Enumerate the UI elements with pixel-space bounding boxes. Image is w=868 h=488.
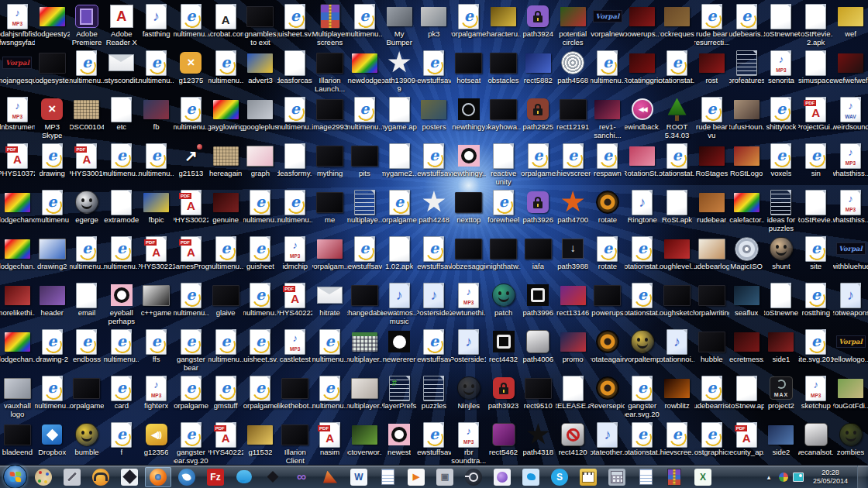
desktop-icon[interactable]: RoStRevie... 2.apk: [798, 0, 833, 46]
desktop-icon[interactable]: erudebearrises: [694, 372, 729, 418]
desktop-icon[interactable]: rockrequest: [660, 0, 694, 46]
desktop-icon[interactable]: newthingy...: [451, 139, 486, 186]
inkscape[interactable]: [260, 467, 286, 487]
desktop-icon[interactable]: Ilikethebot...: [277, 372, 312, 418]
desktop-icon[interactable]: PDFAnasim: [312, 418, 347, 465]
word[interactable]: W: [346, 467, 372, 487]
desktop-icon[interactable]: RoStnewne...: [764, 279, 799, 325]
desktop-icon[interactable]: PDFAPHYS3002209: [174, 186, 208, 232]
desktop-icon[interactable]: ♪MP3dnbstrument: [0, 93, 35, 139]
desktop-icon[interactable]: rowblitz: [660, 372, 694, 418]
matlab[interactable]: [317, 467, 343, 487]
desktop-icon[interactable]: PDFAPHYS4022212: [277, 279, 312, 325]
desktop-icon[interactable]: ◀))g12356: [139, 418, 174, 465]
desktop-icon[interactable]: Illarion Launch...: [312, 46, 347, 93]
movie-maker[interactable]: [575, 467, 601, 487]
desktop-icon[interactable]: advert3: [243, 46, 278, 93]
desktop-icon[interactable]: echievscree...: [660, 418, 694, 465]
desktop-icon[interactable]: obstacles: [486, 46, 521, 93]
desktop-icon[interactable]: scalefactor...: [729, 186, 764, 232]
photo-viewer[interactable]: [489, 467, 515, 487]
desktop-icon[interactable]: wef: [833, 0, 868, 46]
desktop-icon[interactable]: erude bear vu: [694, 93, 729, 139]
desktop-icon[interactable]: erotate: [591, 232, 625, 279]
desktop-icon[interactable]: multiplayer...: [347, 372, 382, 418]
documents[interactable]: [632, 467, 659, 487]
desktop-icon[interactable]: enewstuffsav...: [417, 232, 452, 279]
desktop-icon[interactable]: pk3: [417, 0, 452, 46]
desktop-icon[interactable]: emultimenu...: [174, 93, 208, 139]
desktop-icon[interactable]: newdodge: [347, 46, 382, 93]
desktop-icon[interactable]: rudebearlogo: [694, 232, 729, 279]
desktop-icon[interactable]: vorpaltemp: [625, 325, 660, 372]
desktop-icon[interactable]: powerups...: [625, 0, 660, 46]
desktop-icon[interactable]: emultimenu...: [208, 232, 243, 279]
desktop-icon[interactable]: #PlayerPrefs.cs: [382, 372, 417, 418]
desktop-icon[interactable]: emultimenu...: [591, 46, 625, 93]
desktop-icon[interactable]: ♪rotateother...: [591, 418, 625, 465]
desktop-icon[interactable]: ideasformy...: [277, 139, 312, 186]
desktop-icon[interactable]: echievscreen: [556, 139, 591, 186]
desktop-icon[interactable]: dodgechan...: [0, 325, 35, 372]
desktop-icon[interactable]: rotateagain: [591, 325, 625, 372]
desktop-icon[interactable]: genuine: [208, 186, 243, 232]
desktop-icon[interactable]: vorpalgames: [70, 372, 105, 418]
desktop-icon[interactable]: path4318: [521, 418, 556, 465]
desktop-icon[interactable]: evorpalgames: [174, 372, 208, 418]
desktop-icon[interactable]: RotationSt...: [625, 139, 660, 186]
steam[interactable]: [460, 467, 487, 487]
desktop-icon[interactable]: edrawing-2: [35, 325, 70, 372]
desktop-icon[interactable]: dodgeesty2: [35, 0, 70, 46]
desktop-icon[interactable]: emultimenu...: [104, 139, 139, 186]
desktop-icon[interactable]: octoverwor...: [347, 418, 382, 465]
desktop-icon[interactable]: MAXproject2: [764, 372, 799, 418]
desktop-icon[interactable]: googleplus: [243, 93, 278, 139]
desktop-icon[interactable]: ♪Ringtone: [625, 186, 660, 232]
desktop-icon[interactable]: emultimenu...: [277, 186, 312, 232]
desktop-icon[interactable]: emultimenu...: [347, 0, 382, 46]
desktop-icon[interactable]: hitrate: [312, 279, 347, 325]
desktop-icon[interactable]: emultimenu...: [243, 279, 278, 325]
desktop-icon[interactable]: ♪MP3bdahjsnfbfisn fwsngsyfad: [0, 0, 35, 46]
desktop-icon[interactable]: erostgraphics: [694, 418, 729, 465]
desktop-icon[interactable]: multiplaye...: [347, 186, 382, 232]
desktop-icon[interactable]: PDFAPHYS4022211: [208, 418, 243, 465]
desktop-icon[interactable]: Rotatinggrid: [625, 46, 660, 93]
desktop-icon[interactable]: evorpalgame...: [243, 372, 278, 418]
desktop-icon[interactable]: vorpalgam...: [312, 232, 347, 279]
desktop-icon[interactable]: bumble: [70, 418, 105, 465]
desktop-icon[interactable]: mything: [312, 139, 347, 186]
desktop-icon[interactable]: enewstuffsave: [417, 46, 452, 93]
desktop-icon[interactable]: ♪MP3whatsthiss...: [833, 139, 868, 186]
desktop-icon[interactable]: rect4432: [486, 325, 521, 372]
desktop-icon[interactable]: eguisheet: [243, 232, 278, 279]
desktop-icon[interactable]: ♪MP3senorita: [764, 46, 799, 93]
desktop-icon[interactable]: Reversepic: [591, 372, 625, 418]
desktop-icon[interactable]: newest: [382, 418, 417, 465]
clock[interactable]: 20:28 25/05/2014: [808, 469, 852, 486]
desktop-icon[interactable]: ♪rotationnoi...: [660, 325, 694, 372]
desktop-icon[interactable]: Illarion Client: [277, 418, 312, 465]
desktop-icon[interactable]: emultimenu...: [312, 325, 347, 372]
desktop-icon[interactable]: emultimenu...: [347, 93, 382, 139]
desktop-icon[interactable]: iafa: [521, 232, 556, 279]
desktop-icon[interactable]: ♪MP3whatsthiss...: [833, 186, 868, 232]
desktop-icon[interactable]: fbpic: [139, 186, 174, 232]
desktop-icon[interactable]: hereagain: [208, 139, 243, 186]
desktop-icon[interactable]: ×g12375: [174, 46, 208, 93]
desktop-icon[interactable]: emultimenu...: [104, 232, 139, 279]
firefox[interactable]: [145, 467, 171, 487]
desktop-icon[interactable]: bladeend: [0, 418, 35, 465]
desktop-icon[interactable]: effs: [139, 325, 174, 372]
action-center-icon[interactable]: [778, 472, 789, 483]
desktop-icon[interactable]: erudebearis...: [729, 0, 764, 46]
desktop-icon[interactable]: path4248: [417, 186, 452, 232]
desktop-icon[interactable]: path4700: [556, 186, 591, 232]
desktop-icon[interactable]: MagicISO: [729, 232, 764, 279]
desktop-icon[interactable]: rev1-sanchi...: [591, 93, 625, 139]
desktop-icon[interactable]: ♪Posterside2: [417, 279, 452, 325]
desktop-icon[interactable]: g11532: [243, 418, 278, 465]
desktop-icon[interactable]: eshittylock: [764, 93, 799, 139]
desktop-icon[interactable]: Dropbox: [35, 418, 70, 465]
desktop-icon[interactable]: emultimenu...: [208, 46, 243, 93]
